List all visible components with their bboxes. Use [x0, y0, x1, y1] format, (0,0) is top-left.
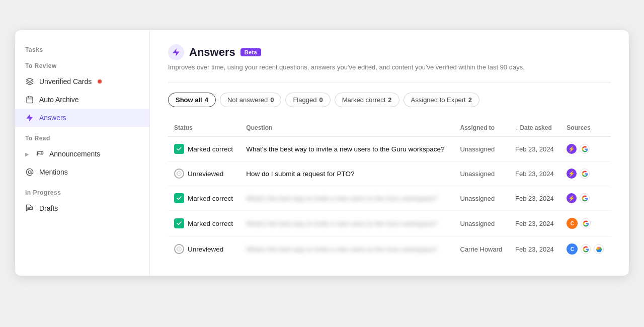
sources-cell: ⚡ — [560, 137, 611, 161]
assigned-value: Unassigned — [460, 170, 495, 178]
status-cell: Unreviewed — [168, 161, 240, 186]
sidebar-item-drafts[interactable]: Drafts — [15, 199, 149, 217]
filter-assigned-to-expert-label: Assigned to Expert — [411, 96, 466, 104]
sidebar-item-mentions[interactable]: Mentions — [15, 163, 149, 181]
bolt-icon — [25, 113, 34, 122]
tasks-section-title: Tasks — [15, 42, 149, 56]
unreviewed-icon — [174, 169, 184, 179]
table-row[interactable]: Marked correct What's the best way to in… — [168, 186, 611, 211]
avatar-source-icon: C — [567, 218, 578, 229]
filter-tab-marked-correct[interactable]: Marked correct 2 — [335, 93, 399, 107]
question-cell: How do I submit a request for PTO? — [240, 161, 454, 186]
page-header: Answers Beta — [168, 44, 611, 60]
question-text-blurred: What's the best way to invite a new user… — [246, 195, 437, 202]
answers-table: Status Question Assigned to ↓ Date asked… — [168, 119, 611, 262]
filter-tabs: Show all 4 Not answered 0 Flagged 0 Mark… — [168, 93, 611, 107]
filter-marked-correct-label: Marked correct — [342, 96, 386, 104]
filter-flagged-label: Flagged — [293, 96, 316, 104]
table-row[interactable]: Unreviewed What's the best way to invite… — [168, 236, 611, 262]
unreviewed-icon — [174, 244, 184, 254]
assigned-to-cell: Carrie Howard — [454, 236, 510, 262]
unverified-cards-label: Unverified Cards — [39, 77, 92, 86]
guru-source-icon: ⚡ — [567, 193, 577, 203]
filter-not-answered-count: 0 — [270, 96, 274, 104]
gdrive-source-icon — [594, 244, 604, 254]
status-label: Marked correct — [188, 145, 233, 153]
google-source-icon — [581, 218, 591, 228]
sidebar-item-announcements[interactable]: ▶ Announcements — [15, 145, 149, 163]
sidebar-item-unverified-cards[interactable]: Unverified Cards — [15, 72, 149, 91]
date-value: Feb 23, 2024 — [515, 195, 554, 202]
question-text: What's the best way to invite a new user… — [246, 145, 444, 153]
svg-marker-0 — [26, 78, 33, 81]
marked-correct-icon — [174, 144, 184, 154]
unverified-badge — [98, 79, 102, 84]
page-title: Answers — [189, 46, 235, 59]
date-value: Feb 23, 2024 — [515, 170, 554, 178]
question-cell: What's the best way to invite a new user… — [240, 211, 454, 236]
header-divider — [168, 82, 611, 83]
status-cell: Marked correct — [168, 211, 240, 236]
table-row[interactable]: Marked correct What's the best way to in… — [168, 211, 611, 236]
filter-tab-not-answered[interactable]: Not answered 0 — [220, 93, 281, 107]
col-sources: Sources — [560, 119, 611, 137]
beta-badge: Beta — [240, 48, 261, 56]
filter-flagged-count: 0 — [319, 96, 323, 104]
assigned-to-cell: Unassigned — [454, 161, 510, 186]
calendar-icon — [25, 95, 34, 104]
filter-not-answered-label: Not answered — [227, 96, 268, 104]
col-question: Question — [240, 119, 454, 137]
sidebar-item-auto-archive[interactable]: Auto Archive — [15, 91, 149, 109]
sources-cell: C — [560, 236, 611, 262]
avatar-source-icon: C — [567, 243, 578, 255]
table-row[interactable]: Marked correct What's the best way to in… — [168, 137, 611, 161]
sources-cell: C — [560, 211, 611, 236]
svg-marker-10 — [173, 49, 180, 56]
question-cell: What's the best way to invite a new user… — [240, 186, 454, 211]
guru-source-icon: ⚡ — [567, 169, 577, 179]
guru-source-icon: ⚡ — [567, 144, 577, 154]
assigned-value: Unassigned — [460, 220, 495, 227]
sources-cell: ⚡ — [560, 161, 611, 186]
app-container: Tasks To Review Unverified Cards — [15, 30, 629, 276]
to-review-section-title: To Review — [15, 58, 149, 72]
date-cell: Feb 23, 2024 — [509, 211, 560, 236]
status-label: Marked correct — [188, 220, 233, 227]
page-subtitle: Improves over time, using your recent qu… — [168, 63, 611, 71]
question-cell: What's the best way to invite a new user… — [240, 137, 454, 161]
main-content: Answers Beta Improves over time, using y… — [150, 30, 629, 276]
drafts-label: Drafts — [39, 204, 58, 212]
date-value: Feb 23, 2024 — [515, 145, 554, 153]
filter-tab-show-all[interactable]: Show all 4 — [168, 93, 216, 107]
google-source-icon — [580, 144, 590, 154]
col-assigned-to: Assigned to — [454, 119, 510, 137]
google-source-icon — [581, 244, 591, 254]
date-value: Feb 23, 2024 — [515, 220, 554, 227]
date-value: Feb 23, 2024 — [515, 246, 554, 253]
at-icon — [25, 168, 34, 177]
announcements-label: Announcements — [49, 150, 100, 158]
auto-archive-label: Auto Archive — [39, 96, 79, 104]
in-progress-section-title: In Progress — [15, 185, 149, 199]
layers-icon — [25, 77, 34, 86]
answers-label: Answers — [39, 114, 66, 122]
question-cell: What's the best way to invite a new user… — [240, 236, 454, 262]
page-title-icon — [168, 44, 184, 60]
status-label: Marked correct — [188, 195, 233, 202]
status-cell: Marked correct — [168, 186, 240, 211]
expand-icon: ▶ — [25, 151, 29, 157]
table-row[interactable]: Unreviewed How do I submit a request for… — [168, 161, 611, 186]
question-text: How do I submit a request for PTO? — [246, 170, 354, 178]
filter-tab-assigned-to-expert[interactable]: Assigned to Expert 2 — [404, 93, 479, 107]
marked-correct-icon — [174, 218, 184, 228]
google-source-icon — [580, 169, 590, 179]
filter-tab-flagged[interactable]: Flagged 0 — [285, 93, 330, 107]
megaphone-icon — [35, 149, 44, 158]
status-cell: Unreviewed — [168, 236, 240, 262]
assigned-to-cell: Unassigned — [454, 186, 510, 211]
sidebar-item-answers[interactable]: Answers — [15, 109, 149, 127]
status-label: Unreviewed — [188, 170, 223, 178]
col-date-asked[interactable]: ↓ Date asked — [509, 119, 560, 137]
col-status: Status — [168, 119, 240, 137]
sidebar: Tasks To Review Unverified Cards — [15, 30, 150, 276]
